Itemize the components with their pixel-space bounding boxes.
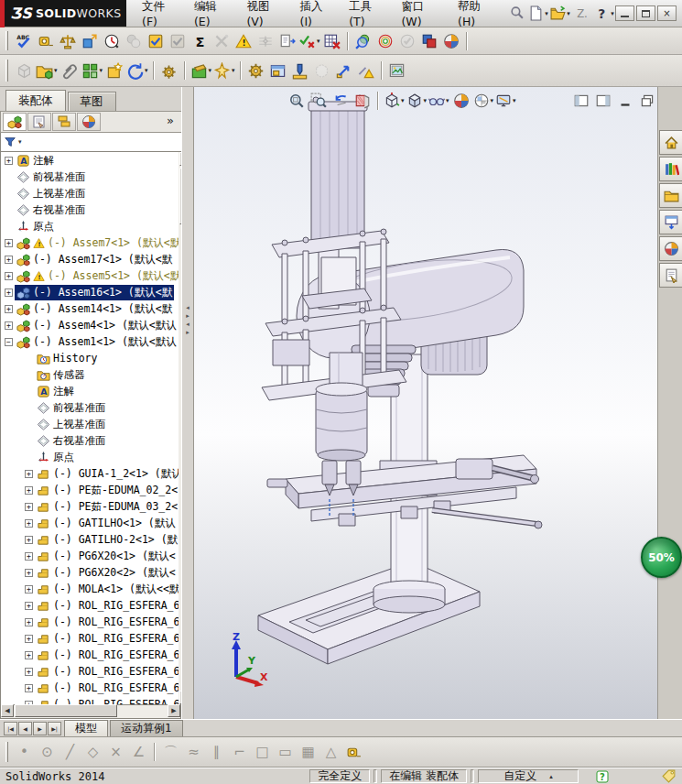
hide-show-items-icon[interactable]: ▾ xyxy=(428,90,450,112)
tab-sketch[interactable]: 草图 xyxy=(68,92,116,111)
tree-item-front-plane-sub[interactable]: 前视基准面 xyxy=(1,399,179,416)
expand-toggle[interactable] xyxy=(5,206,13,214)
tree-item-top-plane-sub[interactable]: 上视基准面 xyxy=(1,416,179,432)
compare-documents-icon[interactable] xyxy=(418,30,440,52)
equations-icon[interactable] xyxy=(189,30,211,52)
menu-window[interactable]: 窗口(W) xyxy=(393,0,449,27)
tree-item-gatilho-2[interactable]: + (-) GATILHO-2<1> (默 xyxy=(1,531,179,548)
expand-toggle[interactable]: + xyxy=(25,552,33,561)
menu-help[interactable]: 帮助(H) xyxy=(449,0,503,27)
menu-tools[interactable]: 工具(T) xyxy=(341,0,393,27)
tree-item-right-plane-sub[interactable]: 右视基准面 xyxy=(1,432,179,449)
corner-rectangle-icon[interactable]: ⌐ xyxy=(228,741,251,764)
spell-check-icon[interactable] xyxy=(13,30,35,52)
toolbar-grip[interactable] xyxy=(5,60,8,82)
expand-toggle[interactable]: + xyxy=(5,272,13,280)
toolbar-grip[interactable] xyxy=(5,742,8,762)
search-icon[interactable] xyxy=(505,3,527,25)
collapse-right-pane-icon[interactable] xyxy=(592,90,614,112)
propertymanager-tab-icon[interactable] xyxy=(27,113,51,131)
view-settings-icon[interactable]: ▾ xyxy=(494,90,517,112)
nav-prev[interactable]: ◀ xyxy=(18,722,32,735)
measure-icon[interactable] xyxy=(35,30,57,52)
tree-item-origin[interactable]: 原点 xyxy=(1,218,179,234)
tree-item-rol-1[interactable]: + (-) ROL_RIG_ESFERA_6: xyxy=(1,597,179,614)
configurationmanager-tab-icon[interactable] xyxy=(52,113,76,131)
spline-tool-icon[interactable]: ≈ xyxy=(182,741,205,764)
expand-toggle[interactable] xyxy=(25,371,33,379)
expand-toggle[interactable]: + xyxy=(25,618,33,626)
tree-item-gatilho[interactable]: + (-) GATILHO<1> (默认 xyxy=(1,515,179,531)
collapse-left-pane-icon[interactable] xyxy=(570,90,592,112)
design-library-tab-icon[interactable] xyxy=(659,157,682,181)
file-explorer-tab-icon[interactable] xyxy=(659,183,682,208)
expand-toggle[interactable]: + xyxy=(25,486,33,495)
expand-toggle[interactable] xyxy=(25,453,33,462)
custom-properties-tab-icon[interactable] xyxy=(659,263,682,288)
exploded-view-icon[interactable] xyxy=(333,60,355,82)
expand-toggle[interactable]: + xyxy=(25,602,33,610)
attachment-icon[interactable] xyxy=(59,60,81,82)
expand-toggle[interactable]: + xyxy=(25,536,33,544)
splitter-handle[interactable]: ◂▸◂▸ xyxy=(186,305,189,336)
circle-tool-icon[interactable]: ⊙ xyxy=(36,741,59,764)
tree-item-assem16[interactable]: + (-) Assem16<1> (默认<默 xyxy=(1,284,179,300)
filter-funnel-icon[interactable] xyxy=(4,136,16,148)
design-check-gray-icon[interactable] xyxy=(167,30,189,52)
pattern-tool-icon[interactable]: ▦ xyxy=(297,741,319,764)
approve-circle-icon[interactable] xyxy=(396,30,418,52)
polygon-tool-icon[interactable]: ◇ xyxy=(81,741,104,764)
triangle-tool-icon[interactable]: △ xyxy=(319,741,342,764)
expand-toggle[interactable] xyxy=(5,223,13,231)
tree-item-pg6x20-2[interactable]: + (-) PG6X20<2> (默认< xyxy=(1,564,179,581)
maximize-button[interactable] xyxy=(636,5,655,21)
menu-view[interactable]: 视图(V) xyxy=(238,0,291,27)
expand-toggle[interactable]: + xyxy=(25,651,33,659)
appearances-tab-icon[interactable] xyxy=(659,236,682,261)
expand-toggle[interactable]: + xyxy=(25,635,33,643)
expand-toggle[interactable]: + xyxy=(25,585,33,593)
restore-view-icon[interactable] xyxy=(636,90,657,112)
tree-item-rol-3[interactable]: + (-) ROL_RIG_ESFERA_6: xyxy=(1,630,179,647)
motion-study-icon[interactable] xyxy=(245,60,267,82)
expand-toggle[interactable] xyxy=(5,190,13,198)
expand-toggle[interactable]: − xyxy=(5,338,13,346)
tree-item-origin-sub[interactable]: 原点 xyxy=(1,449,179,465)
design-table-icon[interactable] xyxy=(321,30,343,52)
menu-edit[interactable]: 编辑(E) xyxy=(186,0,239,27)
assembly-tools-icon[interactable]: ▾ xyxy=(189,60,213,82)
tree-item-assem14[interactable]: + (-) Assem14<1> (默认<默 xyxy=(1,300,179,317)
expand-toggle[interactable] xyxy=(25,354,33,363)
expand-toggle[interactable]: + xyxy=(25,668,33,676)
menu-file[interactable]: 文件(F) xyxy=(134,0,186,27)
tree-item-annotations-sub[interactable]: 注解 xyxy=(1,383,179,399)
partial-icon[interactable] xyxy=(571,3,593,25)
displaymanager-tab-icon[interactable] xyxy=(77,113,101,131)
minimize-view-icon[interactable] xyxy=(614,90,636,112)
nav-next[interactable]: ▶ xyxy=(33,722,47,735)
scroll-left-button[interactable]: ◀ xyxy=(1,704,14,717)
expand-toggle[interactable]: + xyxy=(5,157,13,165)
tree-item-assem4[interactable]: + (-) Assem4<1> (默认<默认 xyxy=(1,317,179,333)
design-check-icon[interactable] xyxy=(145,30,167,52)
tree-item-assem5[interactable]: + (-) Assem5<1> (默认<默 xyxy=(1,267,179,284)
expand-toggle[interactable] xyxy=(5,173,13,181)
tree-horizontal-scrollbar[interactable]: ◀ ▶ xyxy=(0,705,181,719)
tree-filter-field[interactable]: ▾ xyxy=(0,133,194,152)
expand-toggle[interactable]: + xyxy=(25,519,33,528)
open-document-icon[interactable]: ▾ xyxy=(549,3,571,25)
tree-item-assem17[interactable]: + (-) Assem17<1> (默认<默 xyxy=(1,251,179,267)
tree-item-assem7[interactable]: + (-) Assem7<1> (默认<默 xyxy=(1,234,179,251)
graphics-viewport[interactable]: ▾▾▾▾▾ Z X Y xyxy=(194,87,657,719)
move-face-icon[interactable] xyxy=(79,30,101,52)
trim-tool-icon[interactable]: × xyxy=(104,741,127,764)
appearance-sphere-icon[interactable] xyxy=(440,30,462,52)
panel-splitter[interactable]: ◂▸◂▸ xyxy=(181,87,194,719)
translate-doc-icon[interactable] xyxy=(276,30,298,52)
tab-assembly[interactable]: 装配体 xyxy=(5,90,66,111)
display-style-icon[interactable]: ▾ xyxy=(406,90,428,112)
panel-overflow-chevron[interactable]: » xyxy=(167,114,174,127)
ghost-component-icon[interactable] xyxy=(311,60,333,82)
zoom-area-icon[interactable] xyxy=(308,90,330,112)
tab-motion-study[interactable]: 运动算例1 xyxy=(110,720,183,736)
